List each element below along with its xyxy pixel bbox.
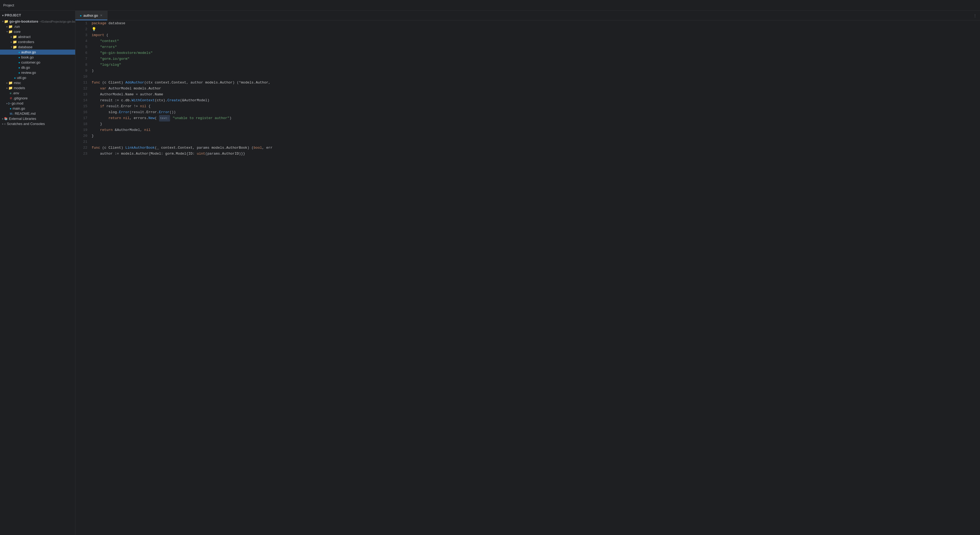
sidebar-item-label: models xyxy=(14,86,25,90)
sidebar-item-db.go[interactable]: ●db.go xyxy=(0,65,75,70)
tab-author-go[interactable]: ● author.go ✕ xyxy=(75,11,108,20)
line-number-15: 15 xyxy=(75,103,88,110)
project-label: Project xyxy=(5,13,21,17)
chevron-right-icon: ▸ xyxy=(6,25,8,28)
code-line-16: slog.Error(result.Error.Error()) xyxy=(92,110,980,115)
project-header[interactable]: ▾ Project xyxy=(0,12,75,19)
code-editor[interactable]: 1234567891011121314151617181920212223 pa… xyxy=(75,21,980,535)
code-line-1: package database xyxy=(92,21,980,26)
code-line-23: author := models.Author{Model: gorm.Mode… xyxy=(92,151,980,157)
line-number-2: 2 xyxy=(75,26,88,32)
line-number-16: 16 xyxy=(75,110,88,115)
code-line-15: if result.Error != nil { xyxy=(92,103,980,110)
chevron-right-icon: ▸ xyxy=(6,102,8,105)
go-file-icon: ● xyxy=(80,14,82,17)
sidebar-item-.gitignore[interactable]: ⊘.gitignore xyxy=(0,96,75,101)
sidebar-item-util.go[interactable]: ●util.go xyxy=(0,75,75,80)
sidebar-item-path: ~/GolandProjects/go-gin-bookst... xyxy=(39,20,75,23)
chevron-right-icon: ▸ xyxy=(2,122,3,125)
code-line-5: "errors" xyxy=(92,44,980,50)
chevron-down-icon: ▾ xyxy=(6,30,8,33)
line-number-21: 21 xyxy=(75,139,88,145)
code-line-21 xyxy=(92,139,980,145)
line-number-13: 13 xyxy=(75,92,88,97)
sidebar-item-label: .env xyxy=(13,91,19,95)
line-number-3: 3 xyxy=(75,32,88,38)
sidebar-item-misc[interactable]: ▸📁misc xyxy=(0,80,75,86)
sidebar-item-database[interactable]: ▾📁database xyxy=(0,44,75,49)
tab-bar-actions: ⋮ xyxy=(970,11,980,20)
more-actions-icon[interactable]: ⋮ xyxy=(973,13,977,18)
sidebar-item-customer.go[interactable]: ●customer.go xyxy=(0,60,75,65)
code-line-18: } xyxy=(92,121,980,127)
chevron-down-icon: ▾ xyxy=(11,46,12,49)
sidebar-item-label: author.go xyxy=(21,50,36,54)
code-line-7: "gorm.io/gorm" xyxy=(92,56,980,62)
code-line-10 xyxy=(92,74,980,80)
sidebar-item-label: controllers xyxy=(18,40,34,44)
sidebar-item-label: customer.go xyxy=(21,60,40,64)
line-number-5: 5 xyxy=(75,44,88,50)
sidebar-item-models[interactable]: ▸📁models xyxy=(0,86,75,90)
tab-label: author.go xyxy=(83,13,98,17)
chevron-right-icon: ▸ xyxy=(11,40,12,43)
sidebar-item-label: core xyxy=(14,30,21,34)
title-bar: Project xyxy=(0,0,980,11)
line-number-12: 12 xyxy=(75,86,88,92)
sidebar-item-run[interactable]: ▸📁.run xyxy=(0,24,75,29)
sidebar-item-controllers[interactable]: ▸📁controllers xyxy=(0,39,75,44)
line-number-18: 18 xyxy=(75,121,88,127)
sidebar-item-label: database xyxy=(18,45,33,49)
sidebar-item-label: README.md xyxy=(15,111,36,116)
line-number-14: 14 xyxy=(75,97,88,103)
line-number-6: 6 xyxy=(75,50,88,56)
sidebar-item-go.mod[interactable]: ▸▷go.mod xyxy=(0,101,75,106)
sidebar-item-core[interactable]: ▾📁core xyxy=(0,29,75,34)
tab-close-button[interactable]: ✕ xyxy=(99,13,103,18)
sidebar-item-review.go[interactable]: ●review.go xyxy=(0,70,75,75)
title-bar-text: Project xyxy=(3,3,14,7)
line-number-20: 20 xyxy=(75,133,88,139)
sidebar[interactable]: ▾ Project ▾📁go-gin-bookstore~/GolandProj… xyxy=(0,11,75,535)
sidebar-item-scratches[interactable]: ▸≡Scratches and Consoles xyxy=(0,121,75,126)
sidebar-item-label: go-gin-bookstore xyxy=(10,19,38,24)
sidebar-item-.env[interactable]: ≡.env xyxy=(0,90,75,96)
code-line-9: ) xyxy=(92,68,980,74)
code-line-2: 💡 xyxy=(92,26,980,32)
sidebar-item-main.go[interactable]: ●main.go xyxy=(0,106,75,111)
line-numbers: 1234567891011121314151617181920212223 xyxy=(75,21,89,535)
line-number-7: 7 xyxy=(75,56,88,62)
line-number-19: 19 xyxy=(75,127,88,133)
code-line-6: "go-gin-bookstore/models" xyxy=(92,50,980,56)
code-line-17: return nil, errors.New( text: "unable to… xyxy=(92,115,980,121)
tab-bar: ● author.go ✕ ⋮ xyxy=(75,11,980,21)
sidebar-item-label: misc xyxy=(14,81,21,85)
line-number-17: 17 xyxy=(75,115,88,121)
sidebar-item-label: util.go xyxy=(17,76,26,80)
sidebar-item-author.go[interactable]: ●author.go xyxy=(0,49,75,55)
sidebar-item-label: Scratches and Consoles xyxy=(7,122,45,126)
sidebar-item-label: .run xyxy=(14,24,20,29)
editor-area: ● author.go ✕ ⋮ 123456789101112131415161… xyxy=(75,11,980,535)
code-line-20: } xyxy=(92,133,980,139)
sidebar-item-label: main.go xyxy=(13,106,25,110)
line-number-11: 11 xyxy=(75,80,88,86)
sidebar-item-label: .gitignore xyxy=(13,96,27,100)
sidebar-item-abstract[interactable]: ▸📁abstract xyxy=(0,34,75,39)
sidebar-item-label: db.go xyxy=(21,65,30,70)
project-chevron: ▾ xyxy=(2,14,4,17)
line-number-23: 23 xyxy=(75,151,88,157)
lightbulb-icon[interactable]: 💡 xyxy=(92,26,96,32)
sidebar-item-label: review.go xyxy=(21,71,36,75)
chevron-right-icon: ▸ xyxy=(11,35,12,38)
line-number-10: 10 xyxy=(75,74,88,80)
sidebar-item-label: External Libraries xyxy=(9,117,36,121)
code-line-13: AuthorModel.Name = author.Name xyxy=(92,92,980,97)
sidebar-item-book.go[interactable]: ●book.go xyxy=(0,55,75,60)
sidebar-item-external-libraries[interactable]: ▸📚External Libraries xyxy=(0,116,75,121)
code-line-22: ▶func (c Client) LinkAuthorBook(_ contex… xyxy=(92,145,980,151)
sidebar-item-README.md[interactable]: M↓README.md xyxy=(0,111,75,116)
line-number-1: 1 xyxy=(75,21,88,26)
chevron-right-icon: ▸ xyxy=(6,81,8,84)
sidebar-item-root[interactable]: ▾📁go-gin-bookstore~/GolandProjects/go-gi… xyxy=(0,19,75,24)
